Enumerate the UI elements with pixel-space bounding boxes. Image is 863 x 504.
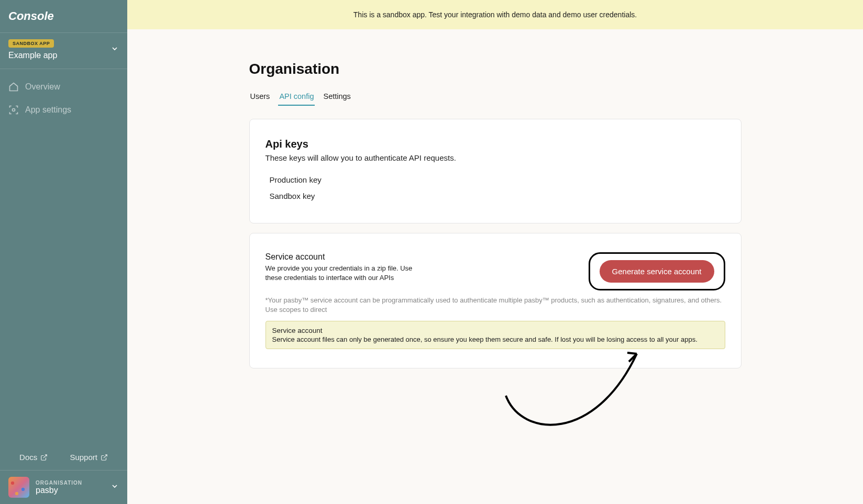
generate-button-highlight: Generate service account bbox=[589, 252, 725, 290]
main: This is a sandbox app. Test your integra… bbox=[127, 0, 863, 504]
chevron-down-icon[interactable] bbox=[110, 44, 119, 55]
support-label: Support bbox=[70, 453, 97, 462]
tabs: Users API config Settings bbox=[249, 88, 742, 106]
sandbox-badge: SANDBOX APP bbox=[8, 39, 54, 48]
api-keys-title: Api keys bbox=[265, 138, 725, 150]
sidebar-links: Docs Support bbox=[0, 444, 127, 470]
api-keys-card: Api keys These keys will allow you to au… bbox=[249, 119, 742, 223]
service-warning-box: Service account Service account files ca… bbox=[265, 321, 725, 349]
external-link-icon bbox=[101, 454, 108, 461]
nav-items: Overview App settings bbox=[0, 69, 127, 128]
generate-service-account-button[interactable]: Generate service account bbox=[600, 260, 714, 283]
content: Organisation Users API config Settings A… bbox=[249, 29, 742, 399]
page-title: Organisation bbox=[249, 61, 742, 77]
nav-app-settings[interactable]: App settings bbox=[0, 98, 127, 121]
tab-api-config[interactable]: API config bbox=[278, 88, 315, 106]
org-avatar bbox=[8, 477, 29, 498]
service-note: *Your pasby™ service account can be prog… bbox=[265, 296, 725, 315]
logo: Console bbox=[0, 0, 127, 33]
sidebar-bottom: Docs Support ORGANISATION pasby bbox=[0, 444, 127, 504]
org-label: ORGANISATION bbox=[36, 480, 104, 486]
org-selector[interactable]: ORGANISATION pasby bbox=[0, 470, 127, 504]
nav-overview-label: Overview bbox=[25, 82, 60, 92]
home-icon bbox=[8, 82, 19, 92]
service-header: Service account We provide you your cred… bbox=[265, 252, 725, 290]
settings-scan-icon bbox=[8, 105, 19, 115]
service-warning-title: Service account bbox=[272, 327, 718, 334]
org-name: pasby bbox=[36, 486, 104, 495]
api-keys-subtitle: These keys will allow you to authenticat… bbox=[265, 153, 725, 162]
app-name: Example app bbox=[8, 51, 57, 60]
docs-link[interactable]: Docs bbox=[19, 453, 48, 462]
nav-app-settings-label: App settings bbox=[25, 105, 71, 115]
external-link-icon bbox=[40, 454, 48, 461]
app-selector[interactable]: SANDBOX APP Example app bbox=[0, 33, 127, 69]
tab-settings[interactable]: Settings bbox=[322, 88, 351, 106]
key-row-sandbox[interactable]: Sandbox key bbox=[270, 188, 725, 204]
sandbox-banner: This is a sandbox app. Test your integra… bbox=[127, 0, 863, 29]
service-warning-text: Service account files can only be genera… bbox=[272, 335, 718, 343]
chevron-down-icon[interactable] bbox=[110, 482, 119, 492]
tab-users[interactable]: Users bbox=[249, 88, 271, 106]
docs-label: Docs bbox=[19, 453, 37, 462]
support-link[interactable]: Support bbox=[70, 453, 108, 462]
org-info: ORGANISATION pasby bbox=[36, 480, 104, 495]
key-row-production[interactable]: Production key bbox=[270, 172, 725, 188]
service-account-card: Service account We provide you your cred… bbox=[249, 233, 742, 368]
service-title: Service account bbox=[265, 252, 423, 262]
service-info: Service account We provide you your cred… bbox=[265, 252, 423, 283]
app-selector-info: SANDBOX APP Example app bbox=[8, 39, 57, 60]
nav-overview[interactable]: Overview bbox=[0, 75, 127, 98]
service-desc: We provide you your credentials in a zip… bbox=[265, 264, 423, 283]
svg-point-0 bbox=[13, 109, 15, 111]
sidebar: Console SANDBOX APP Example app Overview… bbox=[0, 0, 127, 504]
api-key-list: Production key Sandbox key bbox=[265, 172, 725, 204]
